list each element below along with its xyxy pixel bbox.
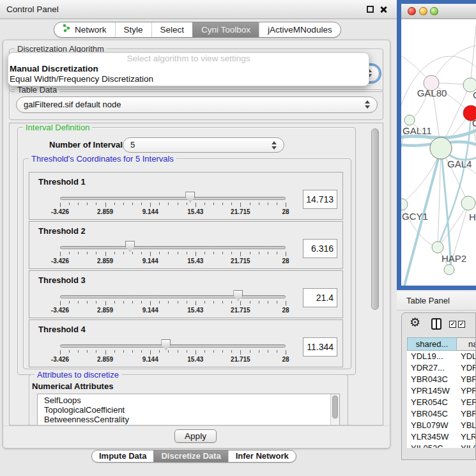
slider-tick [96, 301, 96, 303]
thresholds-group-title: Threshold's Coordinates for 5 Intervals [29, 154, 176, 164]
column-header-shared[interactable]: shared... [407, 337, 457, 351]
threshold-value-input[interactable] [303, 337, 337, 357]
table-cell-name: YDR2 [457, 362, 476, 374]
slider-tick [96, 252, 96, 254]
threshold-row: Threshold 2-3.4262.8599.14415.4321.71528 [29, 221, 343, 269]
slider-tick [87, 252, 88, 254]
slider-tick [231, 350, 232, 353]
network-node-gal4[interactable] [430, 137, 452, 159]
threshold-slider-knob[interactable] [233, 290, 243, 301]
slider-tick [204, 301, 205, 303]
threshold-slider-track[interactable] [60, 197, 286, 200]
threshold-slider-knob[interactable] [125, 241, 135, 252]
float-window-icon[interactable] [367, 6, 374, 13]
slider-tick-label: 2.859 [97, 208, 113, 215]
threshold-value-input[interactable] [303, 190, 337, 209]
tab-select[interactable]: Select [151, 22, 193, 37]
table-row[interactable]: YER054CYER0 [407, 397, 476, 408]
threshold-value-input[interactable] [303, 288, 337, 307]
settings-scrollbar-thumb[interactable] [371, 128, 379, 310]
slider-tick [168, 350, 169, 353]
attributes-group-title: Attributes to discretize [35, 370, 121, 380]
combo-stepper-icon [365, 100, 371, 109]
network-node-h[interactable] [461, 196, 475, 210]
slider-tick [159, 301, 160, 303]
network-node-gal11[interactable] [404, 115, 415, 125]
network-node-bottom[interactable] [444, 265, 454, 275]
attributes-scrollbar[interactable] [330, 394, 339, 426]
threshold-value-input[interactable] [303, 239, 337, 258]
network-window-titlebar [401, 4, 476, 19]
apply-button[interactable]: Apply [174, 429, 217, 443]
svg-text:GAL11: GAL11 [403, 125, 432, 136]
slider-tick-label: 2.859 [97, 257, 113, 265]
attribute-list-item[interactable]: BetweennessCentrality [38, 415, 339, 424]
table-row[interactable]: YLR345WYLR3 [407, 431, 476, 443]
tab-cyni-toolbox[interactable]: Cyni Toolbox [192, 22, 259, 37]
table-row[interactable]: YBL079WYBL0 [407, 420, 476, 431]
table-row[interactable]: YIL052CYIL0 [407, 443, 476, 448]
tab-impute-data[interactable]: Impute Data [92, 450, 153, 462]
slider-tick [78, 301, 79, 303]
slider-tick [114, 252, 115, 254]
panel-title: Control Panel [6, 0, 59, 19]
number-of-intervals-combobox[interactable]: 5 [123, 137, 284, 153]
slider-tick [240, 301, 241, 305]
slider-tick [60, 350, 61, 355]
svg-text:GAL80: GAL80 [417, 88, 447, 98]
table-cell-shared-name: YDR27... [407, 362, 457, 374]
slider-tick [96, 203, 96, 205]
slider-tick [105, 252, 106, 256]
slider-tick [196, 203, 196, 207]
slider-tick [150, 301, 151, 305]
slider-tick [114, 301, 115, 303]
svg-text:H: H [469, 211, 476, 222]
table-row[interactable]: YDL19...YDL1 [407, 351, 476, 362]
table-cell-name: YIL0 [457, 443, 476, 448]
popup-option-manual-discretization[interactable]: Manual Discretization [8, 64, 369, 74]
attribute-list-item[interactable]: TopologicalCoefficient [38, 405, 339, 415]
checkbox-checked-icon[interactable]: ✓ [449, 321, 456, 328]
table-row[interactable]: YDR27...YDR2 [407, 362, 476, 374]
slider-tick [178, 350, 178, 353]
table-cell-shared-name: YPR145W [407, 385, 457, 397]
table-data-combobox[interactable]: galFiltered.sif default node [16, 96, 378, 113]
slider-tick [277, 301, 277, 303]
threshold-slider-track[interactable] [60, 246, 286, 249]
tab-infer-network[interactable]: Infer Network [228, 450, 296, 462]
checkbox-checked-icon[interactable]: ✓ [458, 321, 465, 328]
slider-tick [168, 203, 169, 205]
tab-network[interactable]: Network [54, 22, 115, 37]
close-icon[interactable] [380, 6, 387, 13]
table-row[interactable]: YBR045CYBR0 [407, 408, 476, 420]
mac-minimize-icon[interactable] [419, 7, 427, 15]
attribute-list-item[interactable]: SelfLoops [38, 395, 339, 405]
network-node-hap2[interactable] [432, 242, 443, 253]
column-header-name[interactable]: na [457, 337, 476, 351]
threshold-slider-track[interactable] [60, 295, 286, 298]
mac-close-icon[interactable] [408, 7, 416, 15]
slider-tick [178, 301, 178, 303]
slider-tick [60, 301, 61, 305]
tab-discretize-data[interactable]: Discretize Data [153, 450, 227, 462]
tab-jactivemnodules[interactable]: jActiveMNodules [259, 22, 341, 37]
slider-tick [204, 203, 205, 205]
settings-scrollpane: Interval Definition Number of Intervals … [9, 123, 383, 426]
tab-style[interactable]: Style [115, 22, 151, 37]
mac-zoom-icon[interactable] [430, 7, 438, 15]
table-row[interactable]: YPR145WYPR1 [407, 385, 476, 397]
network-canvas[interactable]: GAL80 GA C GAL11 GAL4 GCY1 H HAP2 [401, 19, 476, 286]
popup-option-equal-width-frequency-discretization[interactable]: Equal Width/Frequency Discretization [8, 74, 369, 84]
slider-tick [159, 252, 160, 254]
threshold-slider-track[interactable] [60, 344, 286, 348]
gear-icon[interactable]: ⚙ [410, 316, 420, 330]
threshold-slider-knob[interactable] [161, 339, 171, 350]
split-columns-icon[interactable] [431, 318, 441, 330]
table-cell-shared-name: YDL19... [407, 351, 457, 362]
svg-text:GCY1: GCY1 [402, 211, 428, 222]
network-node-gcy1[interactable] [401, 199, 408, 210]
threshold-slider-knob[interactable] [185, 192, 195, 203]
slider-tick [150, 252, 151, 256]
table-row[interactable]: YBR043CYBR0 [407, 374, 476, 385]
slider-tick [213, 350, 214, 353]
